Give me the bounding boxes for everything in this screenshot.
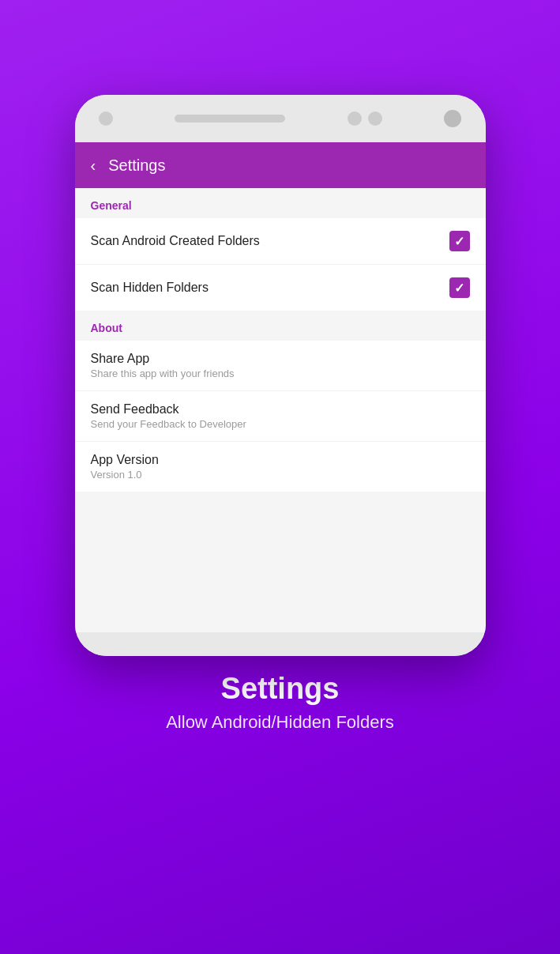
share-app-item[interactable]: Share App Share this app with your frien…	[75, 341, 486, 391]
share-app-label: Share App	[91, 352, 470, 366]
camera-dot-left	[99, 111, 113, 126]
scan-android-item[interactable]: Scan Android Created Folders	[75, 218, 486, 265]
about-items-group: Share App Share this app with your frien…	[75, 341, 486, 492]
scan-hidden-checkbox[interactable]	[449, 277, 470, 298]
general-settings-group: Scan Android Created Folders Scan Hidden…	[75, 218, 486, 311]
about-section-header: About	[75, 311, 486, 341]
app-version-item[interactable]: App Version Version 1.0	[75, 442, 486, 492]
scan-android-checkbox[interactable]	[449, 231, 470, 251]
share-app-sublabel: Share this app with your friends	[91, 368, 470, 379]
general-section-header: General	[75, 188, 486, 218]
phone-mockup: ‹ Settings General Scan Android Created …	[75, 95, 486, 656]
settings-content: General Scan Android Created Folders Sca…	[75, 188, 486, 492]
camera-dot-right-1	[348, 111, 362, 126]
send-feedback-sublabel: Send your Feedback to Developer	[91, 418, 470, 430]
phone-top-bar	[75, 95, 486, 142]
app-version-label: App Version	[91, 453, 470, 467]
scan-hidden-item[interactable]: Scan Hidden Folders	[75, 265, 486, 311]
bottom-caption: Settings Allow Android/Hidden Folders	[134, 672, 426, 733]
front-camera	[444, 110, 461, 127]
send-feedback-label: Send Feedback	[91, 402, 470, 417]
caption-title: Settings	[166, 672, 394, 706]
phone-screen: ‹ Settings General Scan Android Created …	[75, 142, 486, 632]
scan-android-label: Scan Android Created Folders	[91, 234, 260, 248]
camera-dot-right-2	[368, 111, 382, 126]
screen-title: Settings	[108, 156, 165, 175]
phone-bottom-bar	[75, 632, 486, 656]
caption-subtitle: Allow Android/Hidden Folders	[166, 712, 394, 733]
camera-dots-right	[348, 111, 382, 126]
speaker-bar	[175, 115, 285, 123]
app-version-sublabel: Version 1.0	[91, 469, 470, 481]
scan-hidden-label: Scan Hidden Folders	[91, 281, 209, 295]
back-button[interactable]: ‹	[91, 156, 96, 175]
app-header: ‹ Settings	[75, 142, 486, 188]
send-feedback-item[interactable]: Send Feedback Send your Feedback to Deve…	[75, 391, 486, 442]
